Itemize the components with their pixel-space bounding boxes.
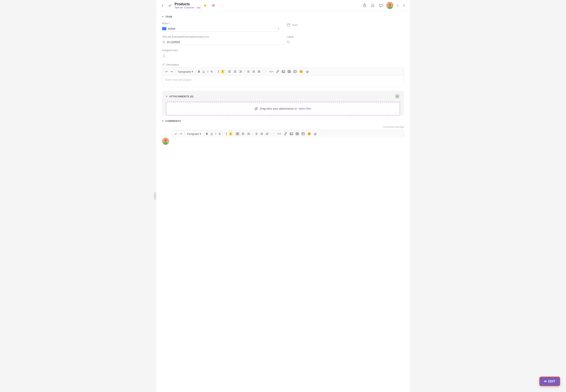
desc-code-button[interactable]: </>	[268, 70, 275, 74]
desc-ordered-list-button[interactable]: 123	[246, 70, 251, 74]
comment-unordered-list-button[interactable]	[259, 132, 264, 136]
comment-text-color-button[interactable]: T	[224, 131, 228, 136]
desc-emoji-button[interactable]: 😊	[298, 69, 304, 74]
dropdown-chevron-icon: ▾	[192, 70, 193, 73]
comment-code-button[interactable]: </>	[276, 132, 283, 136]
form-grid-top: Status * Active ▾ Date	[162, 22, 404, 32]
description-label-row: Description	[162, 63, 404, 66]
comment-dropdown-chevron-icon: ▾	[200, 132, 201, 135]
desc-image-button[interactable]	[281, 69, 286, 74]
drop-zone[interactable]: Drag here your attachments or select fil…	[166, 102, 400, 115]
desc-redo-button[interactable]: ↪	[169, 69, 174, 74]
drop-zone-text: Drag here your attachments or select fil…	[260, 107, 311, 110]
page-title: Products	[175, 2, 200, 6]
comment-align-left-button[interactable]	[235, 132, 240, 136]
comment-italic-button[interactable]: I	[214, 131, 217, 136]
desc-strikethrough-button[interactable]: S	[210, 69, 214, 74]
desc-highlight-button[interactable]: A	[221, 70, 225, 73]
avatar[interactable]	[386, 2, 393, 9]
time-icon	[162, 41, 165, 44]
sidebar-handle[interactable]	[154, 192, 156, 200]
comment-quote-button[interactable]: "	[272, 131, 275, 136]
comment-emoji-button[interactable]: 😊	[306, 131, 312, 136]
desc-text-color-button[interactable]: T	[216, 69, 220, 74]
status-value-row[interactable]: Active ▾	[162, 26, 279, 32]
desc-typography-dropdown[interactable]: Typography ▾	[177, 70, 194, 74]
svg-rect-6	[287, 24, 290, 26]
time-label: Time left (Estimated/Planned/Recorded) (…	[162, 36, 279, 38]
desc-indent-button[interactable]	[256, 70, 262, 74]
comment-ordered-list-button[interactable]	[254, 132, 259, 136]
time-value-row[interactable]: 22 (22/0/0)	[162, 39, 279, 45]
desc-mention-button[interactable]: @	[305, 69, 310, 74]
comment-bold-button[interactable]: B	[205, 131, 209, 136]
attachments-grid-button[interactable]	[395, 94, 400, 99]
date-value-row[interactable]: Date	[287, 22, 404, 28]
desc-quote-button[interactable]: "	[264, 69, 267, 74]
comment-table2-button[interactable]	[300, 131, 306, 136]
assigned-users-value-row[interactable]	[162, 53, 279, 59]
desc-undo-button[interactable]: ↩	[164, 69, 169, 74]
comment-highlight-button[interactable]: A	[229, 132, 232, 136]
description-label-text: Description	[166, 63, 179, 66]
svg-rect-20	[396, 95, 397, 96]
close-button[interactable]: ✕	[402, 3, 406, 8]
desc-align-right-button[interactable]	[238, 70, 243, 74]
chat-button[interactable]	[378, 3, 384, 8]
desc-bold-button[interactable]: B	[197, 69, 201, 74]
comment-strikethrough-button[interactable]: S	[218, 131, 222, 136]
calendar-icon	[287, 23, 290, 27]
desc-link-button[interactable]	[275, 69, 280, 74]
svg-rect-32	[296, 133, 299, 135]
select-files-link[interactable]: select files	[298, 107, 311, 110]
paperclip-icon	[255, 107, 258, 110]
desc-underline-button[interactable]: U	[201, 69, 206, 74]
comment-toolbar-divider-3	[223, 132, 223, 136]
comment-align-center-button[interactable]	[241, 132, 246, 136]
comment-undo-button[interactable]: ↩	[174, 131, 178, 136]
desc-table2-button[interactable]	[292, 69, 298, 74]
attachments-header[interactable]: ▾ ATTACHMENTS (0)	[162, 91, 404, 102]
attachments-section: ▾ ATTACHMENTS (0) Drag here	[162, 91, 404, 115]
comment-mention-button[interactable]: @	[313, 131, 318, 136]
comment-redo-button[interactable]: ↪	[179, 131, 183, 136]
watch-button[interactable]	[211, 3, 216, 8]
comment-image-button[interactable]	[289, 131, 294, 136]
comments-header[interactable]: ▾ COMMENTS	[162, 119, 404, 123]
timer-button[interactable]	[362, 3, 367, 8]
check-button[interactable]	[167, 3, 173, 8]
edit-fab-button[interactable]: ✏ EDIT	[539, 377, 560, 386]
description-editor-body[interactable]: Enter task description	[162, 75, 404, 87]
comments-and-logo: Comments and logo	[162, 126, 404, 128]
task-section-header[interactable]: ▾ TASK	[162, 15, 404, 18]
header-right: ▾ ✕	[362, 2, 406, 9]
comment-table-button[interactable]	[295, 131, 300, 136]
desc-align-left-button[interactable]	[227, 70, 232, 74]
comment-link-button[interactable]	[283, 131, 288, 136]
back-button[interactable]	[160, 3, 165, 8]
labels-value-row[interactable]	[287, 39, 404, 45]
pencil-icon	[162, 63, 165, 66]
svg-point-31	[291, 133, 291, 134]
time-value-text: 22 (22/0/0)	[167, 41, 180, 44]
attachments-header-left: ▾ ATTACHMENTS (0)	[166, 95, 194, 98]
labels-field: Labels	[287, 36, 404, 45]
star-button[interactable]	[202, 3, 208, 8]
desc-align-center-button[interactable]	[232, 70, 238, 74]
more-button[interactable]: ⋯	[219, 2, 224, 9]
comment-underline-button[interactable]: U	[210, 131, 214, 136]
notifications-button[interactable]	[370, 3, 375, 8]
desc-table-button[interactable]	[286, 69, 292, 74]
chevron-down-icon[interactable]: ▾	[396, 3, 399, 8]
header-subtitle: Task list Customer - July	[175, 6, 200, 9]
task-list-link[interactable]: Customer - July	[184, 6, 200, 9]
svg-point-28	[260, 134, 261, 134]
description-section: Description ↩ ↪ Typography ▾ B U I S T A	[162, 63, 404, 87]
comment-align-right-button[interactable]	[246, 132, 251, 136]
comment-indent-button[interactable]	[265, 132, 269, 136]
svg-point-17	[283, 71, 283, 71]
desc-unordered-list-button[interactable]	[251, 70, 256, 74]
comment-paragraph-dropdown[interactable]: Paragraph ▾	[186, 132, 202, 136]
desc-italic-button[interactable]: I	[206, 69, 209, 74]
comment-toolbar: ↩ ↪ Paragraph ▾ B U I S T	[171, 130, 404, 138]
